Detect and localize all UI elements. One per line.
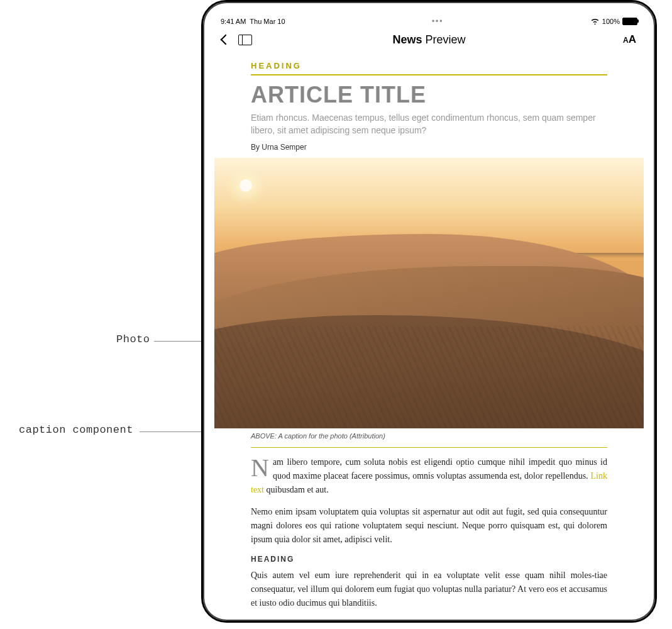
section-heading: HEADING [251, 555, 607, 564]
body-paragraph: Nam libero tempore, cum soluta nobis est… [251, 455, 607, 496]
divider [251, 447, 607, 448]
heading-rule [251, 74, 607, 75]
article-photo [214, 158, 644, 428]
body-paragraph: Nemo enim ipsam voluptatem quia voluptas… [251, 505, 607, 546]
battery-pct: 100% [602, 18, 620, 25]
battery-icon [622, 18, 637, 25]
wifi-icon [590, 18, 600, 26]
body-paragraph: Quis autem vel eum iure reprehenderit qu… [251, 569, 607, 610]
title-rest: Preview [422, 33, 466, 46]
article-byline: By Urna Semper [251, 143, 607, 152]
callout-photo: Photo [116, 333, 150, 345]
photo-caption: ABOVE: A caption for the photo (Attribut… [214, 432, 607, 440]
article-heading-label: HEADING [251, 61, 607, 70]
multitask-dots-icon[interactable]: ••• [285, 17, 590, 26]
article-subtitle: Etiam rhoncus. Maecenas tempus, tellus e… [251, 112, 607, 136]
title-bold: News [392, 33, 422, 46]
screen: 9:41 AM Thu Mar 10 ••• 100% [214, 13, 644, 610]
dropcap: N [251, 455, 273, 479]
ipad-frame: 9:41 AM Thu Mar 10 ••• 100% [201, 0, 657, 623]
p1-after-link: quibusdam et aut. [264, 485, 329, 494]
status-time: 9:41 AM [221, 18, 246, 25]
article-title: ARTICLE TITLE [251, 82, 607, 108]
page-title: News Preview [214, 33, 644, 47]
nav-bar: News Preview AA [214, 27, 644, 52]
article: HEADING ARTICLE TITLE Etiam rhoncus. Mae… [214, 61, 644, 610]
p1-before-link: am libero tempore, cum soluta nobis est … [273, 457, 607, 481]
status-date: Thu Mar 10 [250, 18, 285, 25]
callout-caption: caption component [19, 424, 133, 436]
status-bar: 9:41 AM Thu Mar 10 ••• 100% [214, 13, 644, 27]
